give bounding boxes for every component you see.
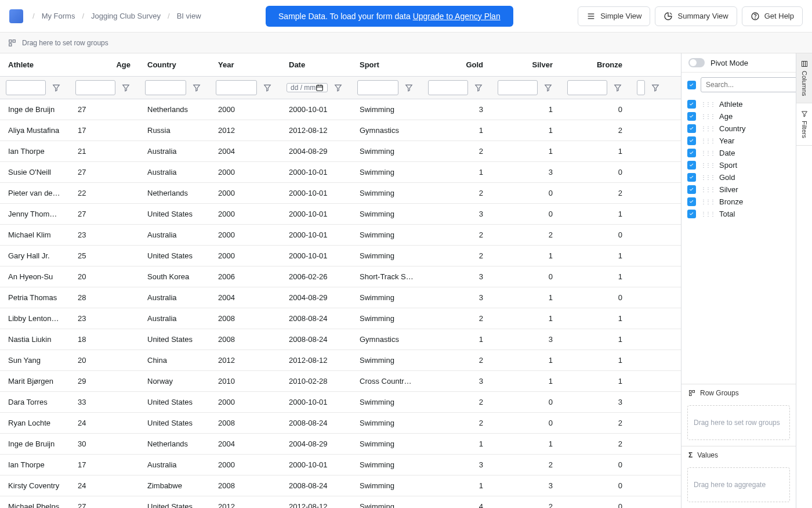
cell-sport[interactable]: Swimming [351, 204, 422, 224]
cell-age[interactable]: 24 [70, 413, 139, 433]
cell-total[interactable] [631, 413, 666, 433]
cell-total[interactable] [631, 308, 666, 329]
filter-menu-button-sport[interactable] [402, 81, 416, 95]
cell-athlete[interactable]: Michael Phelps [0, 496, 70, 508]
cell-country[interactable]: United States [139, 413, 210, 433]
cell-age[interactable]: 25 [70, 246, 139, 266]
cell-gold[interactable]: 3 [422, 266, 492, 287]
cell-sport[interactable]: Swimming [351, 225, 422, 245]
table-row[interactable]: Gary Hall Jr.25United States20002000-10-… [0, 246, 681, 266]
cell-year[interactable]: 2010 [210, 371, 281, 391]
cell-year[interactable]: 2008 [210, 475, 281, 496]
cell-date[interactable]: 2000-10-01 [281, 392, 351, 412]
cell-sport[interactable]: Swimming [351, 392, 422, 412]
cell-athlete[interactable]: Pieter van den H... [0, 183, 70, 203]
cell-age[interactable]: 22 [70, 183, 139, 203]
cell-year[interactable]: 2000 [210, 225, 281, 245]
cell-age[interactable]: 17 [70, 455, 139, 475]
cell-athlete[interactable]: Nastia Liukin [0, 329, 70, 350]
cell-age[interactable]: 23 [70, 225, 139, 245]
cell-total[interactable] [631, 141, 666, 161]
column-header-year[interactable]: Year [210, 53, 281, 76]
cell-bronze[interactable]: 1 [561, 246, 631, 266]
table-row[interactable]: Michael Phelps27United States20122012-08… [0, 496, 681, 508]
drag-handle-icon[interactable]: ⋮⋮⋮ [701, 101, 715, 107]
filter-input-silver[interactable] [498, 80, 538, 95]
cell-gold[interactable]: 2 [422, 141, 492, 161]
cell-age[interactable]: 20 [70, 266, 139, 287]
column-toggle-item[interactable]: ⋮⋮⋮ Total [687, 208, 790, 220]
cell-sport[interactable]: Gymnastics [351, 329, 422, 350]
cell-silver[interactable]: 1 [492, 350, 561, 370]
cell-age[interactable]: 24 [70, 475, 139, 496]
cell-silver[interactable]: 1 [492, 308, 561, 329]
cell-age[interactable]: 18 [70, 329, 139, 350]
column-header-silver[interactable]: Silver [492, 53, 561, 76]
data-grid[interactable]: AthleteAgeCountryYearDateSportGoldSilver… [0, 53, 681, 508]
cell-bronze[interactable]: 3 [561, 392, 631, 412]
drag-handle-icon[interactable]: ⋮⋮⋮ [701, 211, 715, 217]
filter-input-year[interactable] [216, 80, 257, 95]
cell-silver[interactable]: 3 [492, 329, 561, 350]
table-row[interactable]: Libby Lenton-Tri...23Australia20082008-0… [0, 308, 681, 329]
cell-country[interactable]: Australia [139, 225, 210, 245]
cell-year[interactable]: 2004 [210, 434, 281, 454]
cell-date[interactable]: 2000-10-01 [281, 204, 351, 224]
cell-date[interactable]: 2004-08-29 [281, 141, 351, 161]
breadcrumb-my-forms[interactable]: My Forms [42, 12, 75, 20]
cell-year[interactable]: 2012 [210, 120, 281, 140]
table-row[interactable]: Jenny Thompson27United States20002000-10… [0, 204, 681, 225]
cell-sport[interactable]: Swimming [351, 246, 422, 266]
cell-age[interactable]: 21 [70, 141, 139, 161]
table-row[interactable]: An Hyeon-Su20South Korea20062006-02-26Sh… [0, 266, 681, 287]
cell-bronze[interactable]: 2 [561, 434, 631, 454]
cell-total[interactable] [631, 225, 666, 245]
cell-athlete[interactable]: Gary Hall Jr. [0, 246, 70, 266]
cell-silver[interactable]: 1 [492, 99, 561, 120]
cell-age[interactable]: 33 [70, 392, 139, 412]
filter-input-bronze[interactable] [567, 80, 607, 95]
cell-total[interactable] [631, 434, 666, 454]
cell-total[interactable] [631, 204, 666, 224]
cell-bronze[interactable]: 0 [561, 287, 631, 308]
cell-bronze[interactable]: 1 [561, 204, 631, 224]
cell-total[interactable] [631, 329, 666, 350]
cell-country[interactable]: China [139, 350, 210, 370]
filter-menu-button-silver[interactable] [541, 81, 555, 95]
table-row[interactable]: Kirsty Coventry24Zimbabwe20082008-08-24S… [0, 475, 681, 496]
cell-country[interactable]: Australia [139, 308, 210, 329]
cell-bronze[interactable]: 1 [561, 350, 631, 370]
cell-athlete[interactable]: Ian Thorpe [0, 141, 70, 161]
cell-bronze[interactable]: 0 [561, 162, 631, 182]
cell-date[interactable]: 2000-10-01 [281, 455, 351, 475]
cell-total[interactable] [631, 475, 666, 496]
cell-athlete[interactable]: Ian Thorpe [0, 455, 70, 475]
cell-gold[interactable]: 3 [422, 99, 492, 120]
column-header-age[interactable]: Age [70, 53, 139, 76]
cell-sport[interactable]: Cross Country S... [351, 371, 422, 391]
cell-sport[interactable]: Swimming [351, 287, 422, 308]
cell-athlete[interactable]: Marit Bjørgen [0, 371, 70, 391]
cell-silver[interactable]: 0 [492, 413, 561, 433]
cell-date[interactable]: 2008-08-24 [281, 475, 351, 496]
cell-gold[interactable]: 3 [422, 204, 492, 224]
cell-year[interactable]: 2000 [210, 99, 281, 120]
cell-date[interactable]: 2010-02-28 [281, 371, 351, 391]
column-checkbox[interactable] [687, 100, 696, 109]
table-row[interactable]: Nastia Liukin18United States20082008-08-… [0, 329, 681, 350]
cell-total[interactable] [631, 371, 666, 391]
table-row[interactable]: Ian Thorpe17Australia20002000-10-01Swimm… [0, 455, 681, 475]
cell-bronze[interactable]: 2 [561, 413, 631, 433]
cell-country[interactable]: Russia [139, 120, 210, 140]
cell-date[interactable]: 2008-08-24 [281, 413, 351, 433]
cell-bronze[interactable]: 1 [561, 371, 631, 391]
cell-gold[interactable]: 2 [422, 308, 492, 329]
filter-menu-button-gold[interactable] [472, 81, 485, 95]
cell-year[interactable]: 2008 [210, 413, 281, 433]
cell-silver[interactable]: 1 [492, 120, 561, 140]
cell-country[interactable]: Netherlands [139, 434, 210, 454]
sidebar-tab-filters[interactable]: Filters [796, 103, 812, 146]
table-row[interactable]: Michael Klim23Australia20002000-10-01Swi… [0, 225, 681, 246]
filter-menu-button-athlete[interactable] [49, 81, 63, 95]
cell-total[interactable] [631, 246, 666, 266]
